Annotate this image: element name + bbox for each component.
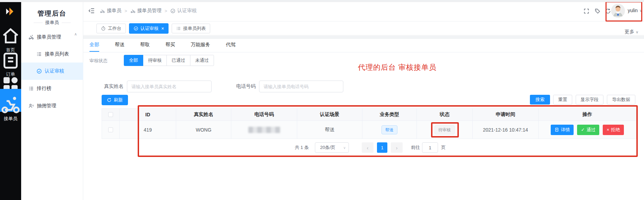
service-tab-delivery[interactable]: 帮送: [115, 42, 124, 52]
annotation-note: 代理的后台 审核接单员: [358, 62, 437, 72]
phone-label: 电话号码: [236, 83, 256, 90]
service-tab-all[interactable]: 全部: [89, 42, 99, 52]
tab-workbench[interactable]: 工作台: [96, 24, 126, 33]
username-dropdown[interactable]: yulin ∨: [628, 8, 642, 13]
service-tab-universal[interactable]: 万能服务: [191, 42, 210, 52]
page-size-select[interactable]: 20条/页 ∨: [315, 142, 349, 153]
export-data-button[interactable]: 导出数据: [607, 95, 635, 105]
next-page-button[interactable]: ›: [391, 142, 403, 153]
top-header: 接单员 > 接单员管理 > 认证审核: [83, 0, 644, 22]
sidebar-item-courier-manage[interactable]: 接单员管理 ∧: [28, 32, 80, 42]
status-badge: 待审核: [435, 125, 455, 134]
divider-line: [62, 23, 71, 23]
show-columns-button[interactable]: 显示字段: [576, 95, 603, 105]
header-cell-status: 状态: [417, 109, 473, 121]
select-all-checkbox[interactable]: [108, 112, 113, 117]
rail-item-home[interactable]: 首页: [0, 26, 21, 53]
sidebar-item-auth-audit[interactable]: 认证审核: [21, 62, 83, 80]
sidebar-item-courier-list[interactable]: 接单员列表: [36, 49, 69, 59]
row-cell-id: 419: [120, 121, 176, 139]
chevron-left-icon: ‹: [367, 145, 369, 151]
fullscreen-icon[interactable]: [583, 8, 590, 14]
sidebar-item-label: 认证审核: [45, 68, 64, 74]
chevron-down-icon: ∨: [639, 8, 642, 13]
breadcrumb-item-courier-manage[interactable]: 接单员管理: [130, 8, 162, 14]
check-circle-icon: [36, 68, 42, 74]
theme-tag-icon[interactable]: [594, 8, 601, 14]
sidebar-item-ranking[interactable]: 排行榜: [28, 83, 51, 94]
header-cell-time: 申请时间: [473, 109, 539, 121]
phone-input[interactable]: [259, 81, 343, 92]
row-checkbox[interactable]: [108, 127, 113, 132]
rail-item-couriers[interactable]: 接单员: [0, 89, 21, 112]
breadcrumb-separator: >: [124, 8, 127, 14]
rider-icon: [0, 94, 21, 116]
status-filter-pending[interactable]: 待审核: [143, 55, 167, 66]
reset-button[interactable]: 重置: [553, 95, 572, 105]
service-tab-buy[interactable]: 帮买: [165, 42, 175, 52]
pagination-total: 共 1 条: [295, 144, 309, 151]
row-cell-phone: [231, 121, 297, 139]
phone-redacted-blur: [248, 127, 280, 133]
close-icon[interactable]: ×: [161, 26, 164, 31]
header-cell-phone: 电话号码: [231, 109, 297, 121]
divider: [83, 52, 644, 52]
breadcrumb-separator: >: [165, 8, 168, 14]
search-button[interactable]: 搜索: [530, 95, 550, 105]
list-icon: [176, 26, 181, 31]
rail-item-label: 接单员: [4, 116, 17, 121]
tab-courier-list[interactable]: 接单员列表: [172, 24, 210, 33]
window-top-strip: [0, 0, 644, 2]
check-circle-icon: [134, 26, 138, 31]
service-tab-driving[interactable]: 代驾: [226, 42, 235, 52]
sidebar-item-label: 接单员管理: [37, 34, 61, 40]
app-root: 首页 订单 业务 接单员 管理后台 接单员: [0, 0, 644, 200]
row-cell-name: WONG: [176, 121, 231, 139]
secondary-sidebar: 管理后台 接单员 接单员管理 ∧ 接单员列表 认证审核: [21, 0, 83, 200]
reject-button[interactable]: × 拒绝: [603, 125, 624, 135]
real-name-input[interactable]: [127, 81, 212, 92]
tab-auth-audit[interactable]: 认证审核 ×: [129, 23, 169, 34]
biz-type-tag: 帮送: [381, 125, 397, 134]
refresh-icon[interactable]: [605, 8, 611, 14]
row-cell-scene: 帮送: [297, 121, 362, 139]
check-icon: ✓: [581, 127, 585, 132]
open-tabs: 工作台 认证审核 × 接单员列表: [96, 24, 210, 34]
approve-button[interactable]: ✓ 通过: [577, 125, 599, 135]
detail-button[interactable]: 详情: [551, 125, 574, 135]
tabs-more-dropdown[interactable]: 更多 ∨: [625, 29, 638, 35]
sidebar-title: 管理后台: [21, 9, 83, 18]
service-tab-pickup[interactable]: 帮取: [140, 42, 150, 52]
home-icon: [0, 26, 21, 47]
sidebar-item-label: 接单员列表: [45, 51, 69, 57]
header-cell-checkbox: [102, 109, 120, 121]
collapse-sidebar-icon[interactable]: [88, 7, 95, 14]
status-filter-approved[interactable]: 已通过: [166, 55, 190, 66]
breadcrumb: 接单员 > 接单员管理 > 认证审核: [100, 8, 197, 14]
rider-icon: [100, 8, 105, 14]
user-avatar[interactable]: [611, 4, 625, 18]
chevron-down-icon: ∨: [636, 30, 638, 34]
row-cell-checkbox: [102, 121, 120, 139]
chevron-down-icon: ∨: [343, 146, 346, 150]
page-number-button[interactable]: 1: [377, 142, 387, 153]
header-cell-biztype: 业务类型: [362, 109, 417, 121]
sidebar-item-label: 抽佣管理: [37, 103, 56, 109]
prev-page-button[interactable]: ‹: [362, 142, 373, 153]
sidebar-group-label: 接单员: [21, 19, 83, 26]
page-tabbar: 工作台 认证审核 × 接单员列表 更多 ∨: [83, 22, 644, 35]
x-icon: ×: [607, 127, 609, 132]
chevron-up-icon: ∧: [74, 32, 77, 36]
breadcrumb-item-courier[interactable]: 接单员: [100, 8, 121, 14]
goto-label: 前往: [411, 144, 420, 151]
status-filter-all[interactable]: 全部: [124, 55, 143, 66]
primary-nav-rail: 首页 订单 业务 接单员: [0, 0, 21, 200]
audit-status-label: 审核状态: [89, 58, 108, 64]
refresh-button[interactable]: 刷新: [102, 95, 128, 105]
status-filter-rejected[interactable]: 未通过: [190, 55, 214, 66]
user-icon: [28, 103, 34, 109]
row-cell-biztype: 帮送: [362, 121, 417, 139]
header-cell-name: 真实姓名: [176, 109, 231, 121]
goto-page-input[interactable]: [422, 142, 438, 153]
sidebar-item-commission[interactable]: 抽佣管理: [28, 101, 56, 111]
